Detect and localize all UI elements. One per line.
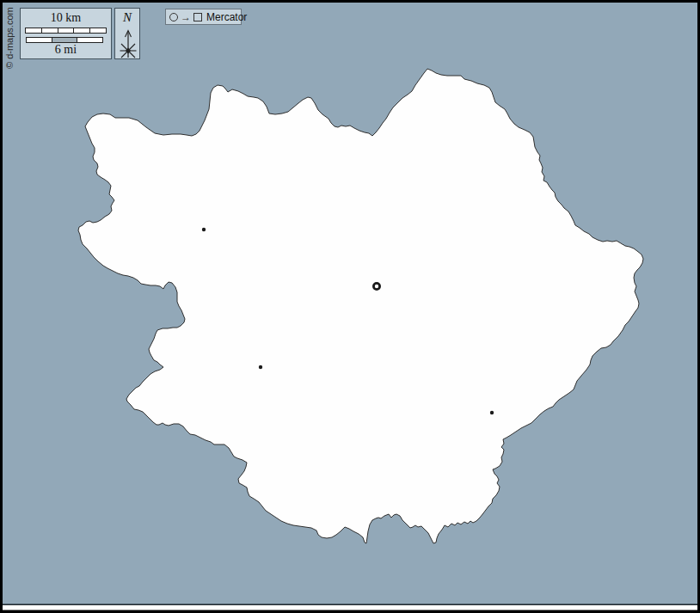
scale-km-label: 10 km [21,12,111,24]
projection-panel: → Mercator [165,9,242,25]
projected-square-icon [193,13,202,21]
scale-bar-mi [26,37,103,43]
scale-segment [52,38,78,42]
scale-segment [58,28,75,33]
scale-segment [77,38,102,42]
bottom-white-strip [3,605,697,610]
scale-segment [90,28,106,33]
city-marker [259,365,262,369]
scale-bar-km [25,28,107,34]
scale-segment [26,28,42,33]
copyright-watermark: © d-maps.com [4,7,15,69]
projection-label: Mercator [205,11,247,23]
map-bottom-rule [3,604,697,605]
map-screenshot: 10 km 6 mi N → Mercator © d-maps.com [0,0,700,613]
scale-bar-panel: 10 km 6 mi [20,8,112,59]
compass-rose-icon [115,28,141,60]
map-canvas [0,0,700,613]
scale-segment [42,28,58,33]
scale-segment [74,28,90,33]
north-indicator-panel: N [114,8,140,59]
scale-mi-label: 6 mi [21,44,111,56]
scale-segment [27,38,52,42]
globe-circle-icon [169,13,178,21]
arrow-right-icon: → [181,13,191,21]
north-label: N [115,10,139,25]
city-marker [202,228,206,231]
capital-marker [373,283,379,289]
city-marker [490,411,494,414]
